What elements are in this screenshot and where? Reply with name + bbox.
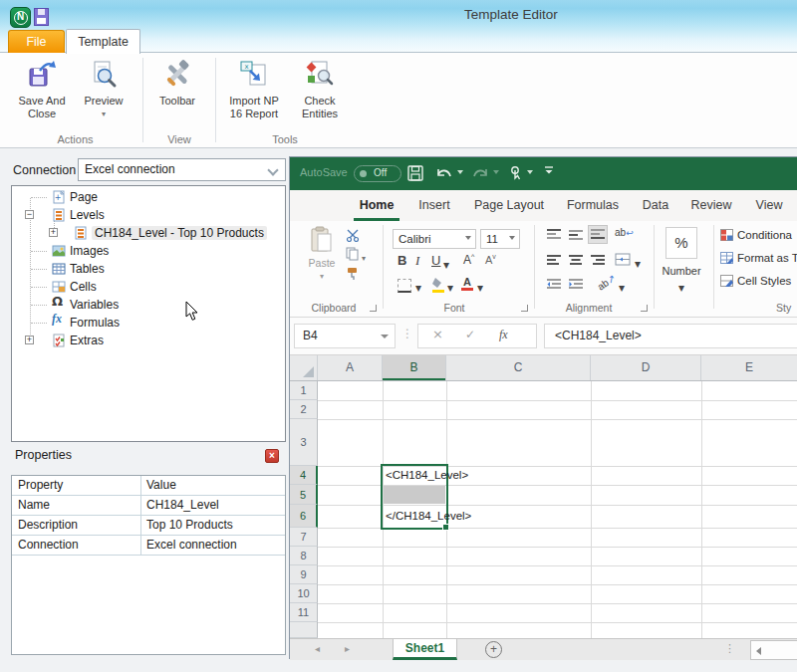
close-properties-icon[interactable]: × (265, 449, 279, 463)
row-header-partial[interactable] (290, 622, 318, 638)
quick-save-icon[interactable] (34, 8, 49, 26)
merge-dropdown-icon[interactable]: ▾ (635, 257, 641, 271)
orientation-button[interactable]: ab↗ (596, 272, 618, 292)
prev-sheet-icon[interactable]: ◂ (315, 643, 320, 654)
new-sheet-icon[interactable]: + (485, 641, 502, 658)
align-middle-button[interactable] (569, 229, 583, 244)
tree-item-ch184-level[interactable]: CH184_Level - Top 10 Products (92, 224, 267, 242)
sheet-tab-sheet1[interactable]: Sheet1 (393, 639, 457, 660)
cell-b4[interactable]: <CH184_Level> (386, 466, 468, 485)
tab-data[interactable]: Data (637, 190, 674, 221)
tab-template[interactable]: Template (66, 29, 140, 54)
cell-styles-button[interactable]: Cell Styles (720, 275, 791, 287)
column-header-D[interactable]: D (591, 355, 701, 380)
save-and-close-button[interactable]: Save And Close (12, 57, 72, 120)
tree-item-variables[interactable]: Variables (70, 296, 119, 314)
next-sheet-icon[interactable]: ▸ (345, 643, 350, 654)
horizontal-scrollbar[interactable] (750, 640, 797, 660)
tab-view[interactable]: View (749, 190, 789, 221)
grow-font-button[interactable]: A^ (463, 253, 474, 267)
row-header-9[interactable]: 9 (290, 565, 318, 584)
touch-mode-dropdown-icon[interactable] (527, 170, 533, 174)
connection-select[interactable]: Excel connection (78, 158, 286, 181)
merge-center-button[interactable] (615, 253, 631, 269)
tab-formulas[interactable]: Formulas (561, 190, 625, 221)
preview-button[interactable]: Preview ▾ (78, 57, 130, 120)
row-header-6[interactable]: 6 (290, 505, 318, 528)
decrease-indent-button[interactable] (547, 279, 561, 294)
autosave-toggle[interactable]: Off (354, 165, 401, 182)
row-header-11[interactable]: 11 (290, 603, 318, 622)
tree-item-page[interactable]: Page (70, 188, 98, 206)
borders-button[interactable] (398, 279, 411, 293)
tree-item-cells[interactable]: Cells (70, 278, 97, 296)
undo-dropdown-icon[interactable] (457, 170, 463, 174)
insert-function-icon[interactable]: fx (499, 328, 508, 342)
row-header-1[interactable]: 1 (290, 381, 318, 400)
customize-qat-icon[interactable] (543, 163, 555, 181)
paste-dropdown-icon[interactable]: ▾ (302, 270, 342, 283)
row-header-7[interactable]: 7 (290, 528, 318, 547)
tree-item-levels[interactable]: Levels (70, 206, 105, 224)
row-header-2[interactable]: 2 (290, 400, 318, 419)
tree-item-tables[interactable]: Tables (70, 260, 105, 278)
align-top-button[interactable] (547, 229, 561, 244)
fill-color-button[interactable] (431, 277, 445, 296)
tab-page-layout[interactable]: Page Layout (469, 190, 549, 221)
shrink-font-button[interactable]: Av (485, 253, 496, 266)
row-header-10[interactable]: 10 (290, 584, 318, 603)
orientation-dropdown-icon[interactable]: ▾ (619, 281, 625, 295)
underline-button[interactable]: U (431, 253, 440, 268)
font-dialog-launcher[interactable] (521, 305, 528, 312)
font-family-select[interactable]: Calibri (393, 229, 476, 249)
align-right-button[interactable] (591, 255, 605, 270)
tree-item-images[interactable]: Images (70, 242, 109, 260)
percent-style-button[interactable]: % (665, 227, 697, 259)
row-header-5[interactable]: 5 (290, 485, 318, 505)
paste-button[interactable]: Paste ▾ (302, 225, 342, 283)
select-all-corner[interactable] (290, 355, 318, 380)
redo-icon[interactable] (471, 165, 489, 185)
expand-box[interactable]: + (49, 228, 58, 237)
number-format-select[interactable]: Number (655, 265, 708, 277)
italic-button[interactable]: I (415, 253, 419, 269)
alignment-dialog-launcher[interactable] (641, 305, 648, 312)
cut-icon[interactable] (346, 229, 360, 245)
font-size-select[interactable]: 11 (480, 229, 520, 249)
tab-review[interactable]: Review (685, 190, 737, 221)
redo-dropdown-icon[interactable] (493, 170, 499, 174)
toolbar-button[interactable]: Toolbar (149, 57, 205, 108)
copy-icon[interactable]: ▾ (346, 247, 366, 264)
number-dropdown-icon[interactable]: ▾ (678, 281, 684, 295)
bold-button[interactable]: B (398, 253, 406, 268)
preview-dropdown-arrow[interactable]: ▾ (78, 108, 130, 120)
column-header-E[interactable]: E (701, 355, 797, 380)
conditional-formatting-button[interactable]: Conditiona (720, 229, 792, 241)
tree-item-formulas[interactable]: Formulas (70, 314, 120, 332)
wrap-text-button[interactable]: ab↩ (615, 227, 634, 238)
font-color-button[interactable]: A (461, 277, 473, 291)
row-header-4[interactable]: 4 (290, 466, 318, 485)
touch-mode-icon[interactable] (507, 165, 523, 185)
undo-icon[interactable] (435, 165, 453, 185)
column-header-C[interactable]: C (446, 355, 591, 380)
check-entities-button[interactable]: Check Entities (291, 57, 349, 120)
underline-dropdown-icon[interactable]: ▾ (443, 258, 449, 272)
row-header-3[interactable]: 3 (290, 419, 318, 466)
align-bottom-button[interactable] (591, 229, 605, 244)
clipboard-dialog-launcher[interactable] (370, 305, 377, 312)
fill-color-dropdown-icon[interactable]: ▾ (447, 281, 453, 295)
cancel-icon[interactable]: × (432, 327, 443, 341)
tab-file[interactable]: File (8, 30, 65, 53)
expand-box[interactable]: + (25, 336, 34, 344)
tab-home[interactable]: Home (354, 190, 399, 221)
enter-icon[interactable]: ✓ (465, 328, 475, 341)
cell-b6[interactable]: </CH184_Level> (386, 505, 471, 528)
align-left-button[interactable] (547, 255, 561, 270)
increase-indent-button[interactable] (569, 279, 583, 294)
formula-input[interactable]: <CH184_Level> (544, 324, 797, 348)
font-color-dropdown-icon[interactable]: ▾ (477, 281, 483, 295)
format-painter-icon[interactable] (346, 267, 360, 284)
tree-item-extras[interactable]: Extras (70, 332, 104, 349)
name-box[interactable]: B4 (294, 324, 396, 348)
